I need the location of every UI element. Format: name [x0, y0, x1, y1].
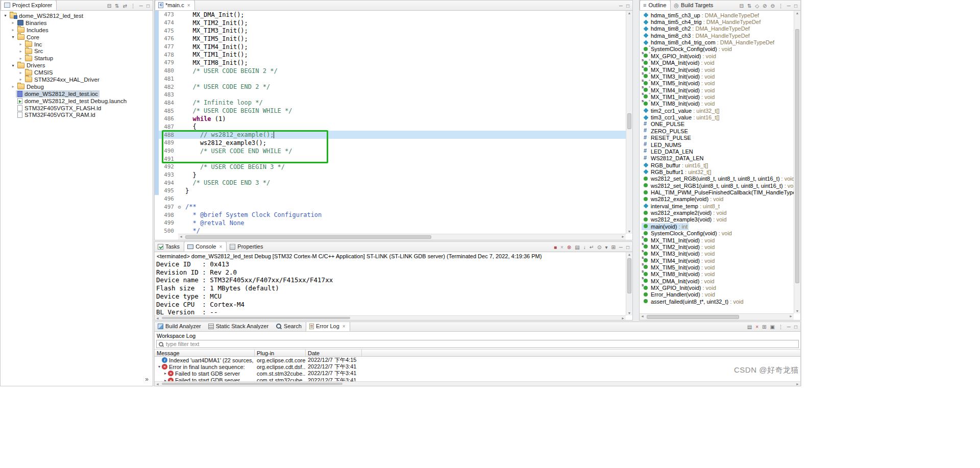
code-area[interactable]: 473 MX_DMA_Init();474 MX_TIM2_Init();475…	[155, 11, 626, 234]
link-editor-icon[interactable]: ⇄	[122, 4, 127, 9]
tree-item[interactable]: ▸Src	[1, 47, 153, 55]
maximize-icon[interactable]: □	[794, 325, 797, 330]
column-header-plugin[interactable]: Plug-in	[255, 350, 306, 356]
minimize-icon[interactable]: ─	[787, 325, 791, 330]
outline-item[interactable]: RGB_buffur1 : uint32_t[]	[640, 168, 794, 175]
outline-item[interactable]: MX_TIM5_Init(void) : void	[640, 264, 794, 270]
open-console-icon[interactable]: ⊞	[611, 245, 615, 250]
outline-item[interactable]: main(void) : int	[640, 223, 794, 230]
chevron-collapsed-icon[interactable]: ▸	[18, 77, 23, 82]
tree-item[interactable]: ▸Inc	[1, 41, 153, 48]
remove-all-terminated-icon[interactable]: ⊗	[567, 245, 571, 250]
tab-outline[interactable]: ≡ Outline	[640, 0, 671, 10]
tab-build-targets[interactable]: ◎ Build Targets	[671, 0, 717, 10]
tab-project-explorer[interactable]: Project Explorer	[1, 0, 57, 10]
code-line[interactable]: 495}	[155, 187, 626, 195]
outline-item[interactable]: MX_DMA_Init(void) : void	[640, 278, 794, 284]
chevron-collapsed-icon[interactable]: ▸	[10, 84, 16, 89]
line-number[interactable]: 484	[159, 100, 176, 106]
scroll-down-icon[interactable]: ▼	[626, 230, 632, 233]
scroll-left-icon[interactable]: ◄	[156, 316, 159, 320]
code-line[interactable]: 474 MX_TIM2_Init();	[155, 19, 626, 27]
line-number[interactable]: 495	[159, 187, 176, 194]
minimize-icon[interactable]: ─	[787, 4, 791, 9]
outline-item[interactable]: HAL_TIM_PWM_PulseFinishedCallback(TIM_Ha…	[640, 189, 794, 195]
code-line[interactable]: 498 * @brief System Clock Configuration	[155, 211, 626, 219]
scroll-down-icon[interactable]: ▼	[794, 309, 800, 313]
code-line[interactable]: 473 MX_DMA_Init();	[155, 11, 626, 19]
outline-item[interactable]: RGB_buffur : uint16_t[]	[640, 162, 794, 168]
tab-main-c[interactable]: *main.c ×	[155, 0, 195, 10]
tree-item[interactable]: dome_WS2812_led_test Debug.launch	[1, 97, 153, 105]
outline-vscrollbar[interactable]: ▲ ▼	[794, 11, 800, 313]
code-line[interactable]: 483	[155, 91, 626, 99]
line-number[interactable]: 483	[159, 91, 176, 98]
view-menu-icon[interactable]: ⋮	[131, 4, 136, 9]
fold-collapse-icon[interactable]: ⊖	[176, 204, 183, 210]
scroll-right-icon[interactable]: ►	[796, 382, 799, 386]
outline-item[interactable]: Error_Handler(void) : void	[640, 291, 794, 298]
tab-tasks[interactable]: Tasks	[155, 241, 184, 252]
maximize-icon[interactable]: □	[794, 4, 797, 9]
line-number[interactable]: 491	[159, 156, 176, 162]
outline-item[interactable]: ws2812_set_RGB1(uint8_t, uint8_t, uint8_…	[640, 182, 794, 189]
code-line[interactable]: 493 }	[155, 171, 626, 179]
line-number[interactable]: 473	[159, 11, 176, 18]
outline-item[interactable]: RESET_PULSE	[640, 134, 794, 141]
hide-static-icon[interactable]: ⊘	[763, 4, 767, 9]
log-row[interactable]: iIndexed 'uart4DMA1' (22 sources, 1(org.…	[155, 357, 800, 363]
tree-item[interactable]: ▸Startup	[1, 55, 153, 62]
outline-item[interactable]: ONE_PULSE	[640, 121, 794, 128]
tree-item[interactable]: ▸Includes	[1, 27, 153, 34]
scroll-left-icon[interactable]: ◄	[641, 314, 644, 318]
scroll-up-icon[interactable]: ▲	[626, 11, 632, 15]
maximize-icon[interactable]: □	[146, 4, 150, 9]
scrollbar-thumb[interactable]	[795, 29, 799, 283]
editor-vscrollbar[interactable]: ▲ ▼	[626, 11, 632, 234]
view-menu-icon[interactable]: ⋮	[778, 325, 783, 330]
code-line[interactable]: 489 ws2812_example3();	[155, 139, 626, 147]
outline-item[interactable]: hdma_tim8_ch3 : DMA_HandleTypeDef	[640, 32, 794, 39]
tab-build-analyzer[interactable]: Build Analyzer	[155, 322, 205, 331]
outline-item[interactable]: tim2_ccr1_value : uint32_t[]	[640, 107, 794, 114]
line-number[interactable]: 480	[159, 67, 176, 74]
column-header-message[interactable]: Message	[155, 350, 255, 356]
line-number[interactable]: 475	[159, 28, 176, 34]
line-number[interactable]: 490	[159, 147, 176, 154]
line-number[interactable]: 485	[159, 108, 176, 114]
outline-item[interactable]: +MX_DMA_Init(void) : void	[640, 60, 794, 66]
scroll-right-icon[interactable]: ►	[789, 314, 793, 318]
line-number[interactable]: 486	[159, 115, 176, 122]
outline-item[interactable]: MX_TIM2_Init(void) : void	[640, 243, 794, 250]
scrollbar-thumb[interactable]	[647, 315, 739, 319]
outline-item[interactable]: ZERO_PULSE	[640, 128, 794, 134]
scroll-up-icon[interactable]: ▲	[794, 11, 800, 15]
line-number[interactable]: 481	[159, 76, 176, 82]
tree-item[interactable]: STM32F405VGTX_RAM.ld	[1, 111, 153, 118]
line-number[interactable]: 499	[159, 219, 176, 226]
line-number[interactable]: 496	[159, 195, 176, 202]
outline-item[interactable]: +MX_TIM4_Init(void) : void	[640, 87, 794, 93]
column-header-date[interactable]: Date	[306, 350, 362, 356]
pin-console-icon[interactable]: ⊙	[597, 245, 601, 250]
editor-hscrollbar[interactable]: ◄ ►	[178, 234, 626, 240]
scroll-right-icon[interactable]: ►	[621, 235, 625, 238]
filters-icon[interactable]: ⇅	[115, 4, 119, 9]
tree-item[interactable]: ▸STM32F4xx_HAL_Driver	[1, 76, 153, 83]
line-number[interactable]: 487	[159, 124, 176, 130]
line-number[interactable]: 489	[159, 139, 176, 146]
chevron-collapsed-icon[interactable]: ▸	[18, 56, 23, 61]
open-log-icon[interactable]: ⊞	[762, 325, 766, 330]
line-number[interactable]: 478	[159, 52, 176, 58]
code-line[interactable]: 485 /* USER CODE BEGIN WHILE */	[155, 107, 626, 115]
log-row[interactable]: ▾×Error in final launch sequence:org.ecl…	[155, 363, 800, 370]
code-line[interactable]: 484 /* Infinite loop */	[155, 99, 626, 107]
expand-toggle-icon[interactable]: ▾	[157, 364, 162, 369]
outline-item[interactable]: assert_failed(uint8_t*, uint32_t) : void	[640, 298, 794, 305]
scroll-left-icon[interactable]: ◄	[179, 235, 183, 238]
display-selected-console-icon[interactable]: ▾	[605, 245, 607, 250]
outline-item[interactable]: LED_DATA_LEN	[640, 148, 794, 155]
code-line[interactable]: 477 MX_TIM4_Init();	[155, 43, 626, 51]
tab-error-log[interactable]: Error Log ×	[306, 322, 350, 331]
tab-properties[interactable]: Properties	[227, 241, 267, 252]
